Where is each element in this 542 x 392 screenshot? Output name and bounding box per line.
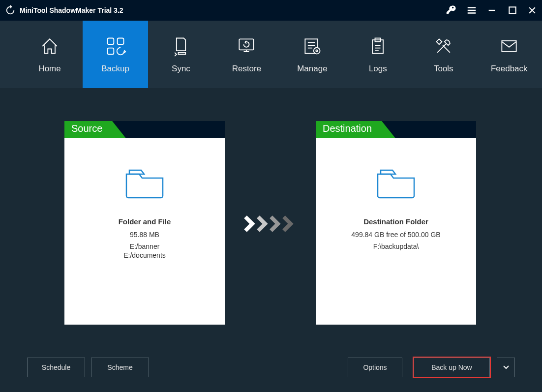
- folder-icon: [122, 165, 167, 200]
- options-button[interactable]: Options: [348, 358, 402, 377]
- backup-now-button[interactable]: Back up Now: [414, 358, 490, 377]
- titlebar: MiniTool ShadowMaker Trial 3.2: [0, 0, 542, 21]
- nav-home-label: Home: [38, 64, 60, 74]
- nav-feedback-label: Feedback: [491, 64, 528, 74]
- home-icon: [39, 35, 60, 57]
- nav-logs-label: Logs: [369, 64, 387, 74]
- app-logo: MiniTool ShadowMaker Trial 3.2: [5, 5, 123, 16]
- nav-tools-label: Tools: [434, 64, 453, 74]
- destination-path: F:\backupdata\: [316, 242, 476, 250]
- svg-rect-3: [107, 48, 114, 54]
- nav-restore-label: Restore: [232, 64, 262, 74]
- navbar: Home Backup Sync Restore: [0, 21, 542, 88]
- menu-icon[interactable]: [466, 5, 477, 16]
- svg-rect-0: [509, 7, 515, 13]
- arrow-separator: [243, 215, 298, 233]
- destination-tab: Destination: [316, 121, 382, 138]
- source-path-2: E:/documents: [64, 251, 225, 259]
- manage-icon: [301, 35, 323, 57]
- svg-point-6: [314, 47, 320, 54]
- nav-sync-label: Sync: [172, 64, 190, 74]
- scheme-button[interactable]: Scheme: [91, 358, 149, 377]
- svg-rect-1: [107, 38, 114, 44]
- nav-restore[interactable]: Restore: [214, 21, 279, 88]
- maximize-icon[interactable]: [508, 5, 517, 15]
- nav-tools[interactable]: Tools: [411, 21, 476, 88]
- restore-icon: [236, 35, 257, 57]
- close-icon[interactable]: [527, 5, 537, 15]
- nav-logs[interactable]: Logs: [345, 21, 411, 88]
- source-title: Folder and File: [64, 217, 225, 226]
- nav-backup-label: Backup: [101, 64, 129, 74]
- nav-manage-label: Manage: [297, 64, 327, 74]
- svg-rect-10: [502, 41, 516, 52]
- svg-rect-2: [117, 38, 123, 44]
- minimize-icon[interactable]: [487, 5, 498, 16]
- nav-home[interactable]: Home: [17, 21, 82, 88]
- backup-now-highlight: Back up Now: [413, 357, 491, 378]
- destination-header: Destination: [316, 121, 476, 138]
- source-tab: Source: [64, 121, 112, 138]
- backup-icon: [105, 35, 126, 57]
- source-size: 95.88 MB: [64, 231, 225, 239]
- schedule-button[interactable]: Schedule: [27, 358, 85, 377]
- source-card[interactable]: Source Folder and File 95.88 MB E:/banne…: [64, 121, 225, 325]
- tools-icon: [433, 35, 454, 57]
- destination-free: 499.84 GB free of 500.00 GB: [316, 231, 476, 239]
- app-title: MiniTool ShadowMaker Trial 3.2: [20, 6, 123, 14]
- folder-icon: [374, 165, 418, 200]
- nav-manage[interactable]: Manage: [279, 21, 345, 88]
- source-path-1: E:/banner: [64, 242, 225, 250]
- nav-feedback[interactable]: Feedback: [477, 21, 542, 88]
- backup-now-dropdown[interactable]: [497, 358, 515, 377]
- footer: Schedule Scheme Options Back up Now: [0, 343, 542, 392]
- refresh-logo-icon: [5, 5, 16, 16]
- nav-sync[interactable]: Sync: [148, 21, 213, 88]
- nav-backup[interactable]: Backup: [83, 21, 148, 88]
- svg-rect-4: [240, 39, 254, 50]
- sync-icon: [170, 35, 192, 57]
- source-header: Source: [64, 121, 225, 138]
- logs-icon: [367, 35, 389, 57]
- feedback-icon: [498, 35, 520, 57]
- content-area: Source Folder and File 95.88 MB E:/banne…: [0, 88, 542, 343]
- caret-down-icon: [503, 365, 509, 369]
- key-icon[interactable]: [446, 5, 456, 16]
- destination-title: Destination Folder: [316, 217, 476, 226]
- destination-card[interactable]: Destination Destination Folder 499.84 GB…: [316, 121, 476, 325]
